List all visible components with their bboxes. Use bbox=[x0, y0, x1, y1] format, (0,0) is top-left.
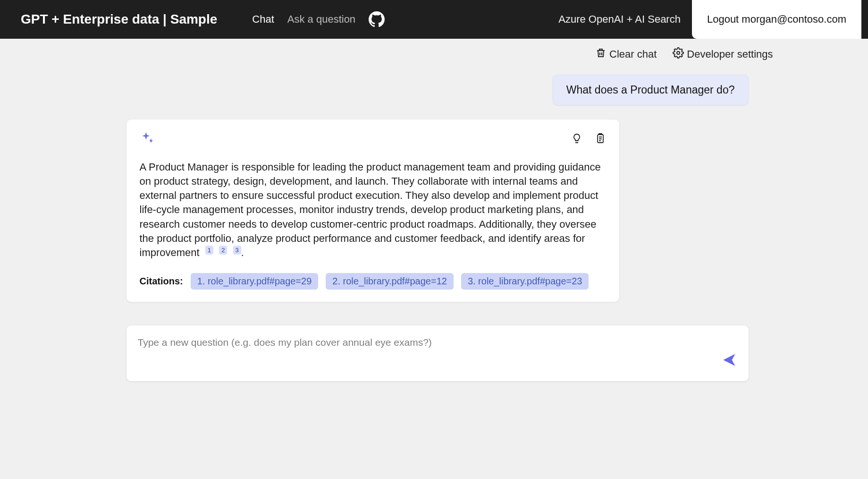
chat-toolbar: Clear chat Developer settings bbox=[93, 47, 776, 61]
chat-column: What does a Product Manager do? A Produc… bbox=[93, 75, 776, 381]
clear-chat-label: Clear chat bbox=[609, 48, 657, 60]
page: Clear chat Developer settings What does … bbox=[85, 39, 784, 393]
nav-chat[interactable]: Chat bbox=[252, 13, 274, 26]
app-title: GPT + Enterprise data | Sample bbox=[21, 12, 217, 27]
citation-ref-3[interactable]: 3 bbox=[233, 246, 241, 255]
assistant-body: A Product Manager is responsible for lea… bbox=[140, 160, 606, 260]
citation-link-3[interactable]: 3. role_library.pdf#page=23 bbox=[461, 273, 589, 290]
citations-row: Citations: 1. role_library.pdf#page=29 2… bbox=[140, 273, 606, 290]
citation-ref-2[interactable]: 2 bbox=[219, 246, 227, 255]
send-button[interactable] bbox=[721, 352, 737, 370]
github-icon[interactable] bbox=[369, 11, 385, 27]
clipboard-icon[interactable] bbox=[595, 132, 606, 147]
assistant-header bbox=[140, 131, 606, 148]
gear-icon bbox=[673, 47, 684, 61]
send-icon bbox=[721, 361, 737, 369]
clear-chat-button[interactable]: Clear chat bbox=[595, 47, 657, 61]
developer-settings-button[interactable]: Developer settings bbox=[673, 47, 773, 61]
nav-ask-question[interactable]: Ask a question bbox=[287, 13, 355, 26]
header-subtitle: Azure OpenAI + AI Search bbox=[558, 13, 681, 26]
user-message: What does a Product Manager do? bbox=[553, 75, 749, 105]
trash-icon bbox=[595, 47, 607, 61]
sparkle-icon bbox=[140, 131, 155, 148]
chat-input[interactable] bbox=[138, 337, 716, 370]
header-nav: Chat Ask a question bbox=[252, 11, 385, 27]
citations-label: Citations: bbox=[140, 276, 183, 287]
assistant-text: A Product Manager is responsible for lea… bbox=[140, 161, 601, 258]
dev-settings-label: Developer settings bbox=[687, 48, 773, 60]
citation-link-2[interactable]: 2. role_library.pdf#page=12 bbox=[326, 273, 454, 290]
chat-input-wrap bbox=[126, 325, 749, 381]
logout-button[interactable]: Logout morgan@contoso.com bbox=[692, 0, 861, 39]
app-header: GPT + Enterprise data | Sample Chat Ask … bbox=[0, 0, 868, 39]
lightbulb-icon[interactable] bbox=[571, 132, 582, 147]
citation-ref-1[interactable]: 1 bbox=[205, 246, 213, 255]
svg-point-0 bbox=[677, 51, 680, 54]
citation-link-1[interactable]: 1. role_library.pdf#page=29 bbox=[191, 273, 319, 290]
assistant-message: A Product Manager is responsible for lea… bbox=[126, 120, 619, 302]
